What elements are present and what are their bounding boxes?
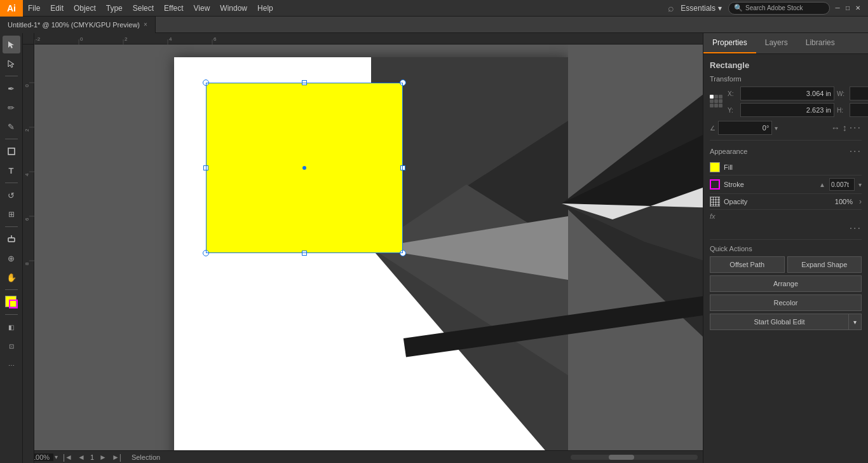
expand-shape-button[interactable]: Expand Shape (787, 256, 862, 273)
canvas-area[interactable]: -2 0 2 4 6 0 2 4 (23, 33, 703, 463)
angle-input[interactable] (718, 121, 772, 135)
x-input[interactable] (740, 86, 834, 100)
pen-tool-btn[interactable]: ✒ (3, 79, 20, 97)
main-layout: ✒ ✏ ✎ T ↺ ⊞ ⊕ ✋ (0, 33, 868, 463)
w-input[interactable] (850, 86, 868, 100)
stroke-up-icon[interactable]: ▲ (819, 181, 825, 188)
grid-dot-mr[interactable] (719, 99, 722, 103)
grid-dot-mm[interactable] (714, 99, 718, 103)
appearance-more-btn[interactable]: ··· (850, 146, 862, 157)
start-global-edit-button[interactable]: Start Global Edit (710, 314, 849, 330)
scroll-indicator[interactable] (571, 455, 698, 460)
menu-view[interactable]: View (189, 0, 215, 17)
grid-dot-tl[interactable] (710, 95, 714, 99)
search-stock-icon: 🔍 (734, 4, 743, 12)
menu-help[interactable]: Help (252, 0, 278, 17)
arrange-button[interactable]: Arrange (710, 275, 862, 292)
artboard-container[interactable] (34, 45, 703, 450)
svg-text:0: 0 (24, 84, 30, 87)
direct-selection-tool-btn[interactable] (3, 55, 20, 73)
tab-close-icon[interactable]: × (144, 21, 147, 28)
pencil-icon: ✎ (8, 122, 15, 132)
stroke-swatch[interactable] (9, 300, 18, 308)
recolor-button[interactable]: Recolor (710, 294, 862, 311)
essentials-button[interactable]: Essentials ▾ (677, 4, 726, 13)
menu-window[interactable]: Window (215, 0, 252, 17)
nav-prev[interactable]: ◄ (78, 453, 85, 462)
divider-2 (710, 239, 862, 240)
grid-dot-tm[interactable] (714, 95, 718, 99)
zoom-tool-btn[interactable]: ⊕ (3, 249, 20, 267)
fill-color-swatch[interactable] (710, 162, 720, 172)
grid-dot-bl[interactable] (710, 104, 714, 107)
opacity-expand-icon[interactable]: › (859, 197, 862, 206)
menu-type[interactable]: Type (101, 0, 128, 17)
tool-separator-6 (5, 314, 18, 315)
panel-content: Rectangle Transform (703, 54, 868, 463)
tab-properties[interactable]: Properties (703, 33, 756, 53)
extra-tool-2[interactable]: ⊡ (3, 337, 20, 355)
scale-tool-btn[interactable]: ⊞ (3, 205, 20, 223)
angle-dropdown-icon[interactable]: ▾ (775, 125, 778, 132)
nav-next[interactable]: ► (99, 453, 107, 462)
opacity-row: Opacity 100% › (710, 194, 862, 210)
appearance-options-btn[interactable]: ··· (850, 223, 862, 234)
type-tool-btn[interactable]: T (3, 162, 20, 179)
svg-text:0: 0 (80, 36, 83, 42)
restore-button[interactable]: □ (843, 4, 853, 13)
menu-file[interactable]: File (23, 0, 45, 17)
transform-reference-grid[interactable] (710, 95, 722, 109)
search-icon[interactable]: ⌕ (668, 3, 674, 14)
tab-libraries[interactable]: Libraries (797, 33, 844, 53)
svg-text:6: 6 (214, 36, 217, 42)
extra-tool-3[interactable]: ⋯ (3, 356, 20, 374)
nav-prev-first[interactable]: |◄ (63, 453, 72, 462)
minimize-button[interactable]: ─ (832, 4, 843, 13)
y-input[interactable] (740, 103, 834, 117)
stroke-color-swatch[interactable] (710, 179, 720, 190)
menu-select[interactable]: Select (128, 0, 159, 17)
svg-rect-34 (403, 285, 703, 357)
rotate-icon: ↺ (8, 191, 15, 200)
grid-dot-ml[interactable] (710, 99, 714, 103)
brush-tool-btn[interactable]: ✏ (3, 99, 20, 116)
selected-rectangle[interactable] (206, 83, 403, 253)
close-button[interactable]: ✕ (853, 4, 863, 13)
zoom-dropdown-icon[interactable]: ▾ (55, 453, 58, 460)
fx-label[interactable]: fx (710, 212, 715, 220)
document-tab[interactable]: Untitled-1* @ 100% (CMYK/GPU Preview) × (0, 17, 156, 33)
stroke-width-input[interactable] (829, 178, 855, 191)
pencil-tool-btn[interactable]: ✎ (3, 118, 20, 135)
grid-dot-bm[interactable] (714, 104, 718, 107)
tool-separator-2 (5, 139, 18, 139)
menu-bar: Ai File Edit Object Type Select Effect V… (0, 0, 868, 17)
handle-mid-bottom (302, 251, 307, 256)
transform-more-btn[interactable]: ··· (850, 122, 862, 134)
tab-layers[interactable]: Layers (756, 33, 797, 53)
shape-tool-btn[interactable] (3, 142, 20, 160)
h-input[interactable] (850, 103, 868, 117)
svg-marker-0 (8, 41, 14, 48)
grid-dot-br[interactable] (719, 104, 722, 107)
zoom-icon: ⊕ (8, 254, 15, 263)
selection-tool-btn[interactable] (3, 36, 20, 53)
stroke-dropdown-icon[interactable]: ▾ (858, 181, 862, 188)
search-stock-box[interactable]: 🔍 Search Adobe Stock (728, 2, 830, 15)
hand-tool-btn[interactable]: ✋ (3, 268, 20, 286)
color-swatches[interactable] (3, 293, 20, 311)
eraser-tool-btn[interactable] (3, 230, 20, 248)
search-stock-placeholder: Search Adobe Stock (745, 4, 803, 11)
menu-edit[interactable]: Edit (45, 0, 69, 17)
extra-tool-1[interactable]: ◧ (3, 318, 20, 336)
nav-next-last[interactable]: ►| (112, 453, 121, 462)
flip-vertical-icon[interactable]: ↕ (843, 123, 847, 133)
offset-path-button[interactable]: Offset Path (710, 256, 785, 273)
y-label: Y: (728, 107, 738, 114)
menu-object[interactable]: Object (69, 0, 101, 17)
grid-dot-tr[interactable] (719, 95, 722, 99)
menu-effect[interactable]: Effect (159, 0, 188, 17)
svg-text:6: 6 (24, 218, 30, 221)
flip-horizontal-icon[interactable]: ↔ (831, 123, 840, 133)
rotate-tool-btn[interactable]: ↺ (3, 186, 20, 204)
start-global-edit-dropdown[interactable]: ▾ (849, 314, 862, 330)
